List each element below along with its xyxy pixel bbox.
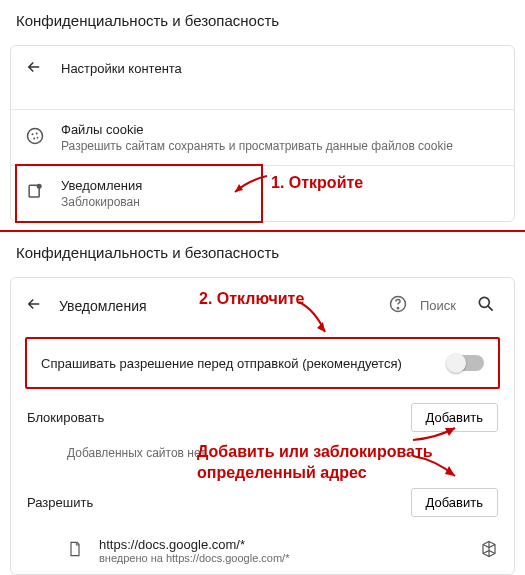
arrow-left-icon — [25, 58, 43, 79]
search-label: Поиск — [420, 298, 456, 313]
svg-point-0 — [28, 129, 43, 144]
add-block-button[interactable]: Добавить — [411, 403, 498, 432]
annotation-arrow-icon — [295, 300, 335, 340]
svg-point-4 — [37, 137, 39, 139]
annotation-step2: 2. Отключите — [199, 290, 304, 308]
back-label: Настройки контента — [61, 61, 182, 76]
svg-point-9 — [479, 297, 489, 307]
toggle-switch[interactable] — [448, 355, 484, 371]
page-title: Уведомления — [59, 298, 147, 314]
allowed-site-row[interactable]: https://docs.google.com/* внедрено на ht… — [11, 527, 514, 574]
cookie-icon — [25, 126, 45, 149]
privacy-section-header-2: Конфиденциальность и безопасность — [0, 232, 525, 273]
annotation-container: Добавленных сайтов нет Добавить или забл… — [11, 442, 514, 470]
svg-point-6 — [37, 184, 42, 189]
block-section-row: Блокировать Добавить — [11, 393, 514, 442]
cookies-row[interactable]: Файлы cookie Разрешить сайтам сохранять … — [11, 109, 514, 165]
site-embedded-text: внедрено на https://docs.google.com/* — [99, 552, 480, 564]
search-icon[interactable] — [472, 290, 500, 321]
notifications-row[interactable]: Уведомления Заблокирован 1. Откройте — [11, 165, 514, 221]
notifications-title: Уведомления — [61, 178, 500, 193]
ask-permission-toggle-row[interactable]: Спрашивать разрешение перед отправкой (р… — [25, 337, 500, 389]
privacy-section-header: Конфиденциальность и безопасность — [0, 0, 525, 41]
cookies-subtitle: Разрешить сайтам сохранять и просматрива… — [61, 139, 500, 153]
block-label: Блокировать — [27, 410, 411, 425]
notifications-settings-panel: Уведомления Поиск 2. Отключите Спрашиват… — [10, 277, 515, 575]
allow-section-row: Разрешить Добавить — [11, 470, 514, 527]
allow-label: Разрешить — [27, 495, 411, 510]
notifications-subtitle: Заблокирован — [61, 195, 500, 209]
svg-point-3 — [33, 138, 35, 140]
svg-point-2 — [36, 133, 38, 135]
site-url: https://docs.google.com/* — [99, 537, 480, 552]
svg-point-1 — [32, 133, 34, 135]
arrow-left-icon[interactable] — [25, 295, 43, 316]
notifications-icon — [25, 182, 45, 205]
cookies-title: Файлы cookie — [61, 122, 500, 137]
document-icon — [67, 540, 83, 561]
svg-point-8 — [397, 308, 398, 309]
toggle-label: Спрашивать разрешение перед отправкой (р… — [41, 356, 448, 371]
help-icon[interactable] — [384, 290, 412, 321]
cube-icon — [480, 540, 498, 561]
header-row: Уведомления Поиск 2. Отключите — [11, 278, 514, 333]
content-settings-panel: Настройки контента Файлы cookie Разрешит… — [10, 45, 515, 222]
back-row[interactable]: Настройки контента — [11, 46, 514, 91]
empty-sites-text: Добавленных сайтов нет — [11, 442, 514, 468]
add-allow-button[interactable]: Добавить — [411, 488, 498, 517]
